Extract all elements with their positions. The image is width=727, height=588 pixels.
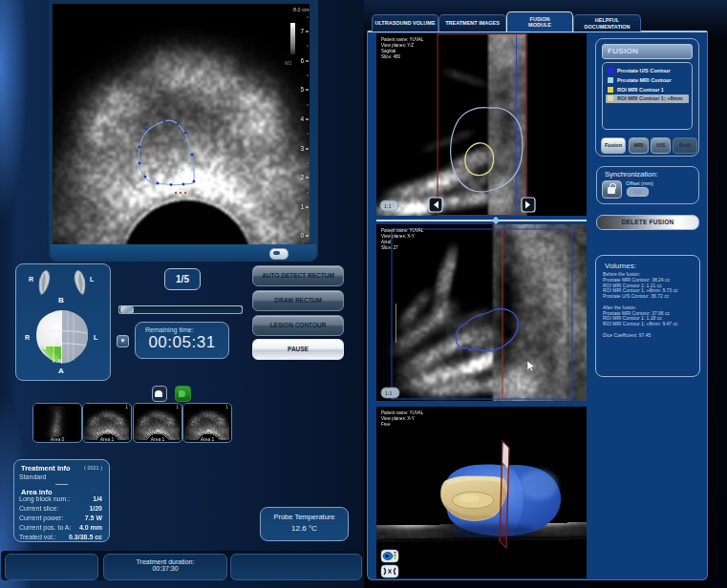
svg-text:R: R: [25, 334, 30, 341]
svg-text:8.0 cm: 8.0 cm: [293, 7, 310, 12]
svg-text:View planes: Y-Z: View planes: Y-Z: [381, 43, 414, 48]
svg-text:1:1: 1:1: [384, 203, 392, 209]
svg-text:4: 4: [300, 116, 304, 122]
svg-text:View planes: X-Y: View planes: X-Y: [381, 416, 415, 421]
svg-text:Axial: Axial: [381, 240, 391, 244]
svg-text:L: L: [90, 276, 95, 283]
svg-text:R: R: [29, 276, 33, 283]
svg-text:1:1: 1:1: [385, 390, 393, 396]
svg-text:L: L: [94, 334, 98, 341]
svg-text:Slice: 480: Slice: 480: [381, 54, 401, 59]
svg-text:Patient name: YUVAL: Patient name: YUVAL: [381, 228, 424, 233]
svg-text:Patient name: YUVAL: Patient name: YUVAL: [381, 37, 424, 42]
svg-text:Slice: 27: Slice: 27: [381, 245, 398, 250]
svg-text:0: 0: [300, 232, 304, 239]
svg-text:3: 3: [300, 145, 304, 152]
svg-text:Patient name: YUVAL: Patient name: YUVAL: [381, 410, 424, 415]
svg-text:A: A: [58, 367, 64, 375]
svg-text:M3: M3: [285, 60, 291, 66]
svg-text:1: 1: [300, 203, 304, 210]
svg-text:Free: Free: [381, 422, 391, 427]
svg-text:2: 2: [300, 174, 304, 180]
svg-text:Sagittal: Sagittal: [381, 49, 396, 53]
svg-text:5: 5: [300, 86, 304, 93]
svg-text:B: B: [58, 296, 64, 304]
svg-text:6: 6: [300, 57, 304, 64]
svg-text:View planes: X-Y: View planes: X-Y: [381, 234, 415, 239]
svg-text:7: 7: [300, 28, 304, 34]
